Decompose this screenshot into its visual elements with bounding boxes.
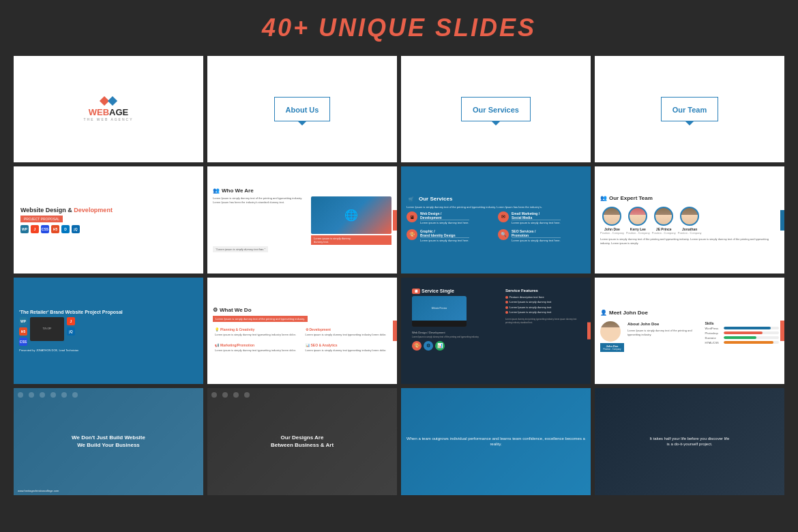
slide-about-us[interactable]: About Us	[207, 56, 397, 162]
joomla-icon: J	[31, 225, 39, 233]
slide-services-content[interactable]: 🛒 Our Services Lorem Ipsum is simply dum…	[401, 166, 591, 273]
what-desc-0: Lorem ipsum is simply dummy text typeset…	[215, 333, 299, 337]
skill-bar-bg-1	[724, 331, 780, 334]
features-more-text: Lorem ipsum dummy text printing typesett…	[505, 318, 580, 323]
blue-tab	[587, 210, 591, 231]
skills-title: Skills	[705, 321, 780, 325]
team-cards: John Doe Position - Company Kerry Lee Po…	[600, 207, 702, 235]
logo-sub: THE WEB AGENCY	[83, 117, 133, 121]
who-visual: 🌐 Lorem ipsum is simply dummydummy text.	[311, 196, 391, 245]
service-icon-2: 🎨	[407, 229, 417, 240]
skill-row-1: Photoshop	[705, 331, 780, 335]
slide-logo[interactable]: WEBAGE THE WEB AGENCY	[14, 56, 203, 162]
slide-service-single[interactable]: 🖥 Service Single Website Preview Web Des…	[401, 278, 591, 384]
s-icon-1: ⚙	[424, 341, 433, 351]
feature-text-3: Lorem Ipsum is simply dummy text	[509, 310, 552, 314]
slide-web-design[interactable]: Website Design & Development PROJECT PRO…	[14, 166, 203, 273]
s-icon-0: 🎨	[412, 341, 422, 351]
service-icon-3: 🔍	[498, 229, 509, 240]
team-photo-3	[680, 207, 699, 226]
meet-photo	[600, 321, 621, 342]
slide-quote-team[interactable]: We Don't Just Build WebsiteWe Build Your…	[14, 388, 203, 494]
service-label-3: SEO Services /Promotion	[512, 229, 561, 238]
people-icon: 👥	[213, 188, 220, 194]
who-text: Lorem Ipsum is simply dummy text of the …	[213, 196, 308, 245]
who-content: Lorem Ipsum is simply dummy text of the …	[213, 196, 391, 245]
our-team-card: Our Team	[661, 97, 719, 121]
laptop-screen: Website Preview	[412, 296, 467, 321]
service-desc-2: Lorem ipsum is simply dummy text here.	[420, 239, 469, 243]
service-single-left: 🖥 Service Single Website Preview Web Des…	[412, 289, 501, 373]
slide-who-we-are[interactable]: 👥 Who We Are Lorem Ipsum is simply dummy…	[207, 166, 397, 273]
retailer-wp: WP	[19, 317, 27, 325]
slide-quote-dark[interactable]: It takes half your life before you disco…	[595, 388, 784, 494]
service-desc-0: Lorem ipsum is simply dummy text here.	[420, 221, 469, 225]
laptop-content: Website Preview	[432, 307, 447, 310]
meet-about: About John Doe Lorem Ipsum is simply dum…	[627, 321, 702, 352]
kb-dot-3	[244, 392, 250, 398]
slide-our-services-title[interactable]: Our Services	[401, 56, 591, 162]
feature-0: Feature description text here	[505, 295, 580, 299]
retailer-icons-left: WP H5 CSS	[19, 317, 27, 346]
kb-dot-1	[222, 392, 228, 398]
services-desc: Lorem Ipsum is simply dummy text of the …	[407, 205, 542, 209]
skill-bar-0	[724, 327, 771, 329]
meet-role: Position - Company	[602, 348, 623, 351]
web-design-badge: PROJECT PROPOSAL	[20, 216, 63, 222]
meet-about-text: Lorem Ipsum is simply dummy text of the …	[627, 329, 702, 337]
tech-icons: WP J CSS H5 D jQ	[20, 225, 80, 233]
dark-quote-text: It takes half your life before you disco…	[645, 430, 735, 453]
what-text-2: Marketing/Promotion	[220, 343, 254, 348]
service-item-2: 🎨 Graphic /Brand Identity Design Lorem i…	[407, 229, 494, 243]
our-services-card: Our Services	[461, 97, 531, 121]
skill-bar-1	[724, 331, 763, 334]
team-member-2: JE Prince Position - Company	[652, 207, 676, 235]
what-orange-tab	[393, 321, 397, 341]
service-text-3: SEO Services /Promotion Lorem ipsum is s…	[512, 229, 561, 243]
feature-2: Lorem Ipsum is simply dummy text	[505, 306, 580, 310]
retailer-content: WP H5 CSS 75% OFF J jQ	[19, 317, 198, 346]
service-icon-0: 🖥	[407, 211, 417, 222]
service-single-name: Web Design / Development	[412, 331, 501, 335]
meet-icon: 👤	[600, 310, 607, 316]
service-single-icons: 🎨 ⚙ 📊	[412, 341, 501, 351]
service-desc-3: Lorem ipsum is simply dummy text here.	[512, 239, 561, 243]
slide-our-team-title[interactable]: Our Team	[595, 56, 784, 162]
what-item-2: 📢 Marketing/Promotion Lorem ipsum is sim…	[213, 341, 301, 355]
what-icon: ⚙	[213, 307, 218, 313]
team-member-3: Jonathan Position - Company	[678, 207, 702, 235]
globe-icon: 🌐	[344, 209, 358, 222]
feature-text-2: Lorem Ipsum is simply dummy text	[509, 306, 552, 310]
feature-1: Lorem Ipsum is simply dummy text	[505, 300, 580, 304]
slide-meet-john[interactable]: 👤 Meet John Doe John Doe Position - Comp…	[595, 278, 784, 384]
laptop-mockup: Website Preview	[412, 296, 467, 327]
slide-expert-team[interactable]: 👥 Our Expert Team John Doe Position - Co…	[595, 166, 784, 273]
meet-name-box: John Doe Position - Company	[600, 343, 624, 352]
about-us-card: About Us	[274, 97, 331, 121]
slide-quote-group[interactable]: When a team outgrows individual performa…	[401, 388, 591, 494]
expert-title-text: Our Expert Team	[609, 195, 653, 201]
retailer-jquery: jQ	[67, 327, 75, 336]
service-single-desc: Lorem Ipsum is simply dummy text of the …	[412, 336, 501, 338]
skill-row-3: HTML/CSS	[705, 341, 780, 344]
services-left-col: 🖥 Web Design /Development Lorem ipsum is…	[407, 211, 494, 244]
meet-content: John Doe Position - Company About John D…	[600, 321, 779, 352]
slide-what-we-do[interactable]: ⚙ What We Do Lorem Ipsum is simply dummy…	[207, 278, 397, 384]
what-icon-3: 📊	[306, 343, 310, 348]
drupal-icon: D	[61, 225, 70, 233]
what-item-3: 📊 SEO & Analytics Lorem ipsum is simply …	[304, 341, 392, 355]
slide-retailer[interactable]: 'The Retailer' Brand Website Project Pro…	[14, 278, 203, 384]
services-right-col: ✉ Email Marketing /Social Media Lorem ip…	[498, 211, 585, 244]
dot-4	[61, 392, 67, 398]
skill-row-0: WordPress	[705, 327, 780, 330]
service-tab	[587, 322, 591, 339]
dot-1	[29, 392, 34, 398]
web-design-title: Website Design & Development	[20, 207, 113, 215]
bullet-1	[505, 301, 508, 304]
dot-0	[18, 392, 23, 398]
slide-quote-keyboard[interactable]: Our Designs AreBetween Business & Art	[207, 388, 397, 494]
team-member-1: Kerry Lee Position - Company	[626, 207, 650, 235]
expert-blue-tab	[780, 210, 784, 231]
service-item-0: 🖥 Web Design /Development Lorem ipsum is…	[407, 211, 494, 225]
what-label-2: 📢 Marketing/Promotion	[215, 343, 299, 348]
